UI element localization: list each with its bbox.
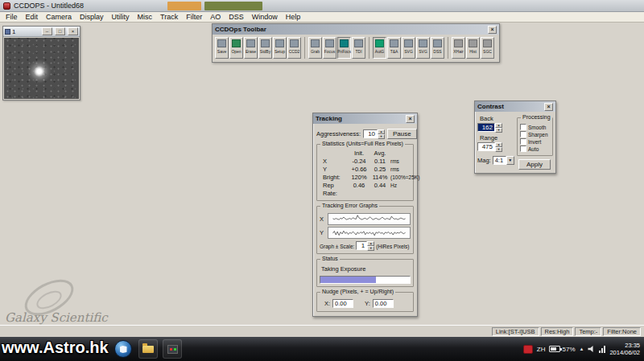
battery-indicator[interactable]: 57% xyxy=(549,346,575,353)
image-window-titlebar[interactable]: 1 – □ × xyxy=(3,27,80,37)
app-titlebar: CCDOPS - Untitled68 xyxy=(0,0,644,12)
toolbar-button-autg[interactable]: AutG xyxy=(373,37,386,59)
menu-dss[interactable]: DSS xyxy=(225,13,248,21)
network-icon[interactable] xyxy=(599,346,605,353)
checkbox-label: Smooth xyxy=(528,125,546,130)
close-icon[interactable]: × xyxy=(406,115,415,123)
toolbar-button-xhair[interactable]: XHair xyxy=(452,37,465,59)
close-icon[interactable]: × xyxy=(68,27,78,35)
toolbar-button-svg[interactable]: SVG xyxy=(416,37,430,59)
checkbox-invert[interactable]: Invert xyxy=(520,138,550,145)
toolbar-button-stdby[interactable]: StdBy xyxy=(258,37,272,59)
toolbar-button-sgc[interactable]: SGC xyxy=(481,37,494,59)
menu-window[interactable]: Window xyxy=(248,13,282,21)
close-icon[interactable]: × xyxy=(544,103,553,111)
toolbar-button-focus[interactable]: Focus xyxy=(323,37,336,59)
range-value[interactable]: 475 xyxy=(477,142,495,151)
menu-file[interactable]: File xyxy=(2,13,22,21)
pause-button[interactable]: Pause xyxy=(387,129,417,139)
setup-icon xyxy=(275,39,284,47)
tracking-titlebar[interactable]: Tracking × xyxy=(313,113,417,124)
contrast-dialog[interactable]: Contrast × Back 162 ▲ ▼ Range 475 xyxy=(474,101,556,174)
tracking-dialog[interactable]: Tracking × Aggressiveness: 10 ▲ ▼ Pause xyxy=(312,113,418,317)
open-icon xyxy=(232,39,241,47)
toolbar-button-pnfocs[interactable]: PnFocs xyxy=(337,37,351,59)
checkbox-box-icon[interactable] xyxy=(520,146,526,152)
spin-down-icon[interactable]: ▼ xyxy=(495,147,502,152)
toolbar-button-hist[interactable]: Hist xyxy=(466,37,480,59)
erase-icon xyxy=(246,39,255,47)
menu-ao[interactable]: AO xyxy=(206,13,225,21)
tdi-icon xyxy=(354,39,363,47)
show-hidden-icons[interactable]: ▲ xyxy=(580,347,584,351)
toolbar-button-svg[interactable]: SVG xyxy=(402,37,415,59)
nudge-x-input[interactable]: 0.00 xyxy=(332,299,353,308)
checkbox-box-icon[interactable] xyxy=(520,124,526,130)
mag-select[interactable]: 4:1 ▼ xyxy=(493,156,514,165)
clock[interactable]: 23:35 2014/06/02 xyxy=(609,342,642,356)
maximize-icon[interactable]: □ xyxy=(55,27,65,35)
toolbar-button-ccd2[interactable]: CCD2 xyxy=(287,37,301,59)
menubar: FileEditCameraDisplayUtilityMiscTrackFil… xyxy=(0,12,644,23)
toolbar-button-save[interactable]: Save xyxy=(215,37,229,59)
toolbar-button-dss[interactable]: DSS xyxy=(431,37,444,59)
windows-flag-icon xyxy=(120,346,127,353)
checkbox-box-icon[interactable] xyxy=(520,138,526,145)
apply-button[interactable]: Apply xyxy=(518,159,551,170)
xhair-icon xyxy=(454,39,463,47)
nudge-legend: Nudge (Pixels, + = Up/Right) xyxy=(320,289,395,294)
menu-edit[interactable]: Edit xyxy=(22,13,43,21)
statistics-legend: Statistics (Units=Full Res Pixels) xyxy=(320,141,405,146)
mag-value[interactable]: 4:1 xyxy=(493,156,506,165)
toolbar-button-tdi[interactable]: TDI xyxy=(352,37,365,59)
spin-down-icon[interactable]: ▼ xyxy=(495,128,502,133)
menu-help[interactable]: Help xyxy=(282,13,305,21)
toolbar-button-erase[interactable]: Erase xyxy=(244,37,258,59)
checkbox-box-icon[interactable] xyxy=(520,131,526,137)
checkbox-sharpen[interactable]: Sharpen xyxy=(520,131,550,137)
checkbox-auto[interactable]: Auto xyxy=(520,146,550,152)
aggressiveness-value[interactable]: 10 xyxy=(363,129,378,138)
menu-track[interactable]: Track xyxy=(156,13,182,21)
tray-alert-icon[interactable] xyxy=(523,345,533,354)
toolbar-button-grab[interactable]: Grab xyxy=(308,37,322,59)
graph-scale-spinner[interactable]: 1 ▲ ▼ xyxy=(356,241,374,251)
checkbox-label: Auto xyxy=(528,146,539,152)
menu-misc[interactable]: Misc xyxy=(134,13,157,21)
checkbox-smooth[interactable]: Smooth xyxy=(520,124,550,130)
taskbar-item-ccdops[interactable] xyxy=(163,339,182,359)
toolbar-button-label: Erase xyxy=(246,49,256,54)
spin-down-icon[interactable]: ▼ xyxy=(367,246,374,251)
language-indicator[interactable]: ZH xyxy=(537,346,546,353)
back-value[interactable]: 162 xyxy=(477,123,495,132)
contrast-titlebar[interactable]: Contrast × xyxy=(475,101,555,112)
ccdops-toolbar-window[interactable]: CCDOps Toolbar × SaveOpenEraseStdBySetup… xyxy=(212,23,500,63)
spin-down-icon[interactable]: ▼ xyxy=(378,134,385,139)
toolbar-button-label: XHair xyxy=(453,49,464,54)
taskbar-item-folder[interactable] xyxy=(138,339,158,359)
stat-row-reprate: Rep Rate:0.460.44Hz xyxy=(320,182,411,198)
chevron-down-icon[interactable]: ▼ xyxy=(506,156,514,165)
graph-scale-value[interactable]: 1 xyxy=(356,241,367,250)
menu-filter[interactable]: Filter xyxy=(182,13,206,21)
menu-camera[interactable]: Camera xyxy=(42,13,76,21)
image-window[interactable]: 1 – □ × xyxy=(2,26,80,101)
stat-row-y: Y+0.660.25rms xyxy=(320,166,411,174)
close-icon[interactable]: × xyxy=(488,26,497,34)
minimize-icon[interactable]: – xyxy=(42,27,52,35)
toolbar-button-setup[interactable]: Setup xyxy=(273,37,287,59)
start-button[interactable] xyxy=(114,340,132,358)
range-spinner[interactable]: 475 ▲ ▼ xyxy=(477,142,514,152)
dss-icon xyxy=(433,39,442,47)
nudge-y-input[interactable]: 0.00 xyxy=(373,299,394,308)
statistics-header: Init. Avg. xyxy=(320,150,411,158)
volume-icon[interactable] xyxy=(588,346,595,353)
menu-utility[interactable]: Utility xyxy=(108,13,134,21)
aggressiveness-spinner[interactable]: 10 ▲ ▼ xyxy=(363,129,385,139)
toolbar-button-ta[interactable]: T&A xyxy=(387,37,401,59)
back-spinner[interactable]: 162 ▲ ▼ xyxy=(477,123,514,133)
menu-display[interactable]: Display xyxy=(76,13,108,21)
star-image[interactable] xyxy=(4,38,79,99)
toolbar-titlebar[interactable]: CCDOps Toolbar × xyxy=(213,24,499,35)
toolbar-button-open[interactable]: Open xyxy=(229,37,243,59)
